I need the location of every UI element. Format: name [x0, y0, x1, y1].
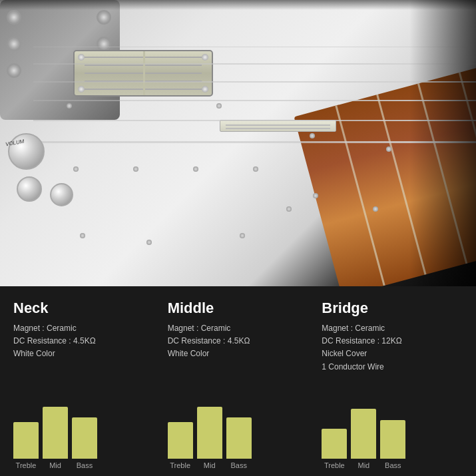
info-section: Neck Magnet : Ceramic DC Resistance : 4.… — [0, 286, 476, 476]
middle-mid-bar — [197, 407, 222, 459]
volume-knob — [8, 133, 45, 170]
neck-pickup-info: Neck Magnet : Ceramic DC Resistance : 4.… — [13, 300, 154, 469]
bridge-treble-label: Treble — [324, 461, 345, 469]
body-screw — [216, 103, 222, 109]
middle-magnet: Magnet : Ceramic — [168, 322, 302, 335]
neck-mid-bar — [43, 407, 68, 459]
middle-bar-chart: Treble Mid Bass — [168, 403, 302, 469]
neck-mid-group: Mid — [43, 407, 68, 469]
bridge-treble-group: Treble — [322, 429, 347, 469]
middle-pickup-info: Middle Magnet : Ceramic DC Resistance : … — [154, 300, 309, 469]
bridge-color: Nickel Cover — [322, 348, 456, 360]
neck-bass-bar — [72, 417, 97, 459]
body-screw — [73, 166, 79, 172]
tuning-peg — [7, 37, 21, 51]
tuning-peg — [97, 37, 111, 51]
middle-treble-bar — [168, 422, 193, 459]
bridge-resistance: DC Resistance : 12KΩ — [322, 335, 456, 348]
bridge-bass-bar — [380, 420, 405, 459]
bridge-title: Bridge — [322, 300, 456, 317]
middle-mid-label: Mid — [204, 461, 216, 469]
bridge-bass-group: Bass — [380, 420, 405, 469]
bridge-magnet: Magnet : Ceramic — [322, 322, 456, 335]
bridge-mid-label: Mid — [357, 461, 369, 469]
middle-treble-group: Treble — [168, 422, 193, 469]
neck-bass-label: Bass — [77, 461, 93, 469]
neck-specs: Magnet : Ceramic DC Resistance : 4.5KΩ W… — [13, 322, 148, 361]
middle-mid-group: Mid — [197, 407, 222, 469]
neck-treble-bar — [13, 422, 39, 459]
bridge-mid-group: Mid — [351, 409, 376, 469]
bridge-bar-chart: Treble Mid Bass — [322, 403, 456, 469]
middle-bass-label: Bass — [230, 461, 246, 469]
neck-color: White Color — [13, 348, 148, 360]
body-screw — [313, 193, 318, 198]
neck-mid-label: Mid — [49, 461, 61, 469]
body-screw — [146, 240, 152, 245]
bridge-pickup-info: Bridge Magnet : Ceramic DC Resistance : … — [308, 300, 463, 469]
tuning-peg — [7, 10, 21, 25]
neck-title: Neck — [13, 300, 148, 317]
body-screw — [133, 166, 138, 172]
body-screw — [373, 206, 378, 212]
tone-knob — [17, 176, 42, 202]
tone-knob-2 — [50, 183, 73, 206]
neck-bar-chart: Treble Mid Bass — [13, 403, 148, 469]
bridge-specs: Magnet : Ceramic DC Resistance : 12KΩ Ni… — [322, 322, 456, 373]
neck-bass-group: Bass — [72, 417, 97, 469]
middle-color: White Color — [168, 348, 302, 360]
body-screw — [253, 166, 258, 172]
guitar-image: VOLUM — [0, 0, 476, 286]
bridge-bass-label: Bass — [385, 461, 401, 469]
body-screw — [310, 133, 315, 138]
body-screw — [193, 166, 198, 172]
neck-treble-group: Treble — [13, 422, 39, 469]
tuning-peg — [7, 63, 21, 78]
bridge-mid-bar — [351, 409, 376, 459]
middle-pickup — [220, 120, 336, 132]
middle-bass-bar — [226, 417, 252, 459]
neck-resistance: DC Resistance : 4.5KΩ — [13, 335, 148, 348]
body-screw — [286, 206, 292, 212]
bridge-treble-bar — [322, 429, 347, 459]
neck-treble-label: Treble — [16, 461, 37, 469]
guitar-edge-top — [0, 0, 476, 10]
middle-resistance: DC Resistance : 4.5KΩ — [168, 335, 302, 348]
middle-treble-label: Treble — [170, 461, 190, 469]
guitar-edge — [409, 0, 476, 286]
body-screw — [240, 233, 245, 238]
middle-title: Middle — [168, 300, 302, 317]
body-screw — [80, 233, 85, 238]
middle-specs: Magnet : Ceramic DC Resistance : 4.5KΩ W… — [168, 322, 302, 361]
neck-magnet: Magnet : Ceramic — [13, 322, 148, 335]
tuning-peg — [97, 10, 111, 25]
bridge-extra: 1 Conductor Wire — [322, 361, 456, 373]
neck-pickup — [73, 50, 213, 97]
middle-bass-group: Bass — [226, 417, 252, 469]
body-screw — [67, 103, 72, 109]
body-screw — [386, 146, 391, 152]
